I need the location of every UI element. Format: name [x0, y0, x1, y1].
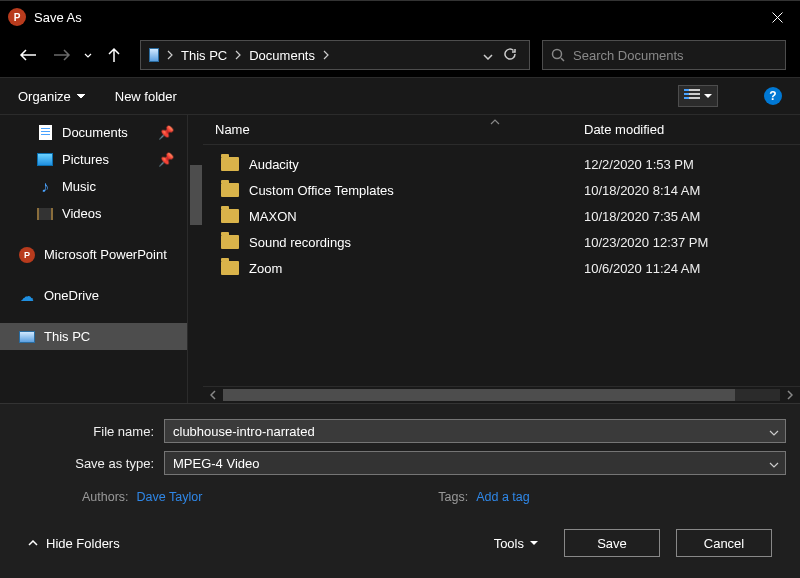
folder-icon	[221, 157, 239, 171]
address-dropdown[interactable]	[483, 48, 493, 63]
nav-up-button[interactable]	[100, 41, 128, 69]
navigation-tree: Documents 📌 Pictures 📌 ♪ Music Videos P …	[0, 115, 188, 403]
arrow-left-icon	[19, 48, 37, 62]
cancel-button[interactable]: Cancel	[676, 529, 772, 557]
chevron-right-icon	[235, 50, 241, 60]
address-bar[interactable]: This PC Documents	[140, 40, 530, 70]
nav-forward-button[interactable]	[48, 41, 76, 69]
save-button[interactable]: Save	[564, 529, 660, 557]
chevron-right-icon	[787, 390, 793, 400]
chevron-down-icon	[769, 430, 779, 436]
tree-item-documents[interactable]: Documents 📌	[0, 119, 187, 146]
folder-row[interactable]: Custom Office Templates 10/18/2020 8:14 …	[203, 177, 800, 203]
organize-menu[interactable]: Organize	[18, 89, 85, 104]
folder-icon	[221, 235, 239, 249]
tree-item-music[interactable]: ♪ Music	[0, 173, 187, 200]
folder-icon	[221, 209, 239, 223]
filename-input[interactable]: clubhouse-intro-narrated	[164, 419, 786, 443]
nav-back-button[interactable]	[14, 41, 42, 69]
file-list-wrap: Name Date modified Audacity 12/2/2020 1:…	[188, 115, 800, 403]
help-button[interactable]: ?	[764, 87, 782, 105]
body-split: Documents 📌 Pictures 📌 ♪ Music Videos P …	[0, 115, 800, 403]
tags-value[interactable]: Add a tag	[476, 490, 530, 504]
save-type-select[interactable]: MPEG-4 Video	[164, 451, 786, 475]
chevron-down-icon	[483, 54, 493, 60]
command-bar: Organize New folder ?	[0, 77, 800, 115]
svg-point-0	[553, 50, 562, 59]
arrow-right-icon	[53, 48, 71, 62]
chevron-down-icon	[769, 462, 779, 468]
tags-label: Tags:	[438, 490, 468, 504]
pc-icon	[19, 331, 35, 343]
file-rows: Audacity 12/2/2020 1:53 PM Custom Office…	[203, 145, 800, 386]
save-as-dialog: P Save As This PC Documents	[0, 0, 800, 578]
close-button[interactable]	[754, 1, 800, 33]
column-headers: Name Date modified	[203, 115, 800, 145]
document-icon	[39, 125, 52, 140]
videos-icon	[37, 208, 53, 220]
search-icon	[551, 48, 565, 62]
hide-folders-button[interactable]: Hide Folders	[28, 536, 120, 551]
music-icon: ♪	[36, 179, 54, 195]
tree-item-powerpoint[interactable]: P Microsoft PowerPoint	[0, 241, 187, 268]
breadcrumb-documents[interactable]: Documents	[245, 48, 319, 63]
folder-row[interactable]: Audacity 12/2/2020 1:53 PM	[203, 151, 800, 177]
close-icon	[772, 12, 783, 23]
chevron-left-icon	[210, 390, 216, 400]
horizontal-scrollbar[interactable]	[203, 386, 800, 403]
titlebar: P Save As	[0, 1, 800, 33]
chevron-down-icon	[84, 53, 92, 58]
chevron-up-icon	[28, 540, 38, 546]
search-placeholder: Search Documents	[573, 48, 684, 63]
caret-down-icon	[704, 94, 712, 99]
caret-down-icon	[77, 94, 85, 99]
folder-row[interactable]: Zoom 10/6/2020 11:24 AM	[203, 255, 800, 281]
tree-item-pictures[interactable]: Pictures 📌	[0, 146, 187, 173]
tree-scrollbar[interactable]	[188, 115, 203, 403]
powerpoint-icon: P	[19, 247, 35, 263]
folder-icon	[221, 261, 239, 275]
breadcrumb-this-pc[interactable]: This PC	[177, 48, 231, 63]
authors-label: Authors:	[82, 490, 129, 504]
search-box[interactable]: Search Documents	[542, 40, 786, 70]
folder-row[interactable]: Sound recordings 10/23/2020 12:37 PM	[203, 229, 800, 255]
sort-asc-icon	[490, 119, 500, 125]
new-folder-button[interactable]: New folder	[115, 89, 177, 104]
folder-row[interactable]: MAXON 10/18/2020 7:35 AM	[203, 203, 800, 229]
view-options-button[interactable]	[678, 85, 718, 107]
onedrive-icon: ☁	[18, 288, 36, 304]
tree-item-this-pc[interactable]: This PC	[0, 323, 187, 350]
authors-value[interactable]: Dave Taylor	[137, 490, 203, 504]
refresh-button[interactable]	[503, 47, 517, 64]
save-type-label: Save as type:	[14, 456, 164, 471]
column-date-modified[interactable]: Date modified	[578, 122, 800, 137]
bottom-pane: File name: clubhouse-intro-narrated Save…	[0, 403, 800, 578]
tree-item-videos[interactable]: Videos	[0, 200, 187, 227]
caret-down-icon	[530, 541, 538, 546]
pc-icon	[145, 47, 163, 63]
window-title: Save As	[34, 10, 82, 25]
nav-history-dropdown[interactable]	[82, 53, 94, 58]
pin-icon: 📌	[158, 152, 174, 167]
arrow-up-icon	[107, 47, 121, 63]
pictures-icon	[37, 153, 53, 166]
pin-icon: 📌	[158, 125, 174, 140]
dialog-footer: Hide Folders Tools Save Cancel	[14, 520, 786, 566]
refresh-icon	[503, 47, 517, 61]
powerpoint-app-icon: P	[8, 8, 26, 26]
tree-item-onedrive[interactable]: ☁ OneDrive	[0, 282, 187, 309]
list-view-icon	[684, 89, 700, 103]
tools-menu[interactable]: Tools	[494, 536, 538, 551]
folder-icon	[221, 183, 239, 197]
file-listing: Name Date modified Audacity 12/2/2020 1:…	[203, 115, 800, 403]
chevron-right-icon	[323, 50, 329, 60]
chevron-right-icon	[167, 50, 173, 60]
filename-label: File name:	[14, 424, 164, 439]
navigation-row: This PC Documents Search Documents	[0, 33, 800, 77]
column-name[interactable]: Name	[203, 122, 578, 137]
